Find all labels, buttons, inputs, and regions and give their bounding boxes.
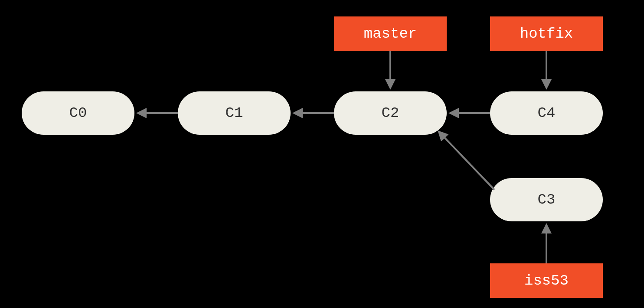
commit-label: C0 [69, 105, 87, 121]
branch-label-text: master [364, 26, 417, 42]
commit-node-c4: C4 [490, 91, 603, 135]
branch-label-hotfix: hotfix [490, 16, 603, 51]
branch-label-master: master [334, 16, 447, 51]
commit-label: C3 [538, 191, 556, 208]
commit-node-c0: C0 [22, 91, 134, 135]
commit-label: C2 [382, 105, 399, 121]
branch-label-text: iss53 [524, 272, 569, 289]
commit-label: C4 [538, 105, 556, 121]
commit-node-c2: C2 [334, 91, 447, 135]
arrow-c3-to-c2 [439, 132, 494, 190]
commit-node-c1: C1 [178, 91, 291, 135]
branch-label-iss53: iss53 [490, 263, 603, 298]
commit-label: C1 [226, 105, 243, 121]
commit-node-c3: C3 [490, 178, 603, 221]
branch-label-text: hotfix [520, 26, 573, 42]
